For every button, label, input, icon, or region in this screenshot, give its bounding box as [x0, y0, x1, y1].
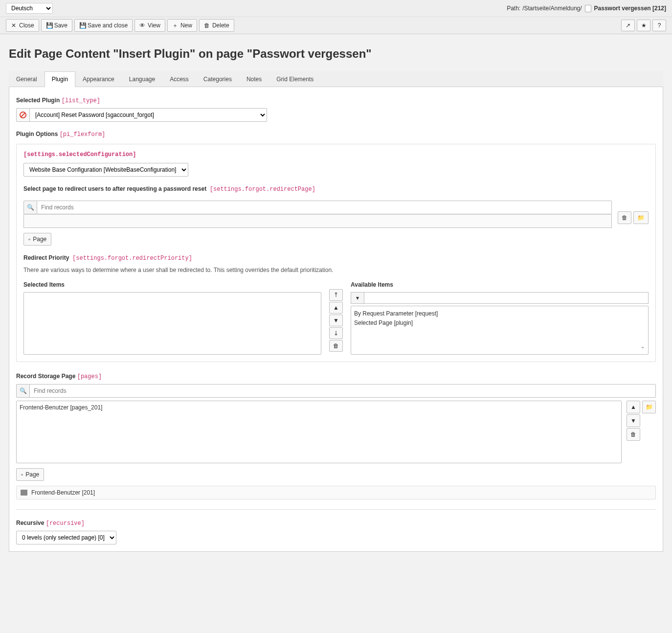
recursive-code: [recursive] [46, 520, 85, 527]
breadcrumb: Path: /Startseite/Anmeldung/ Passwort ve… [507, 5, 666, 12]
page-mini-icon [21, 490, 27, 496]
search-button[interactable]: 🔍 [23, 201, 37, 214]
path-page: Passwort vergessen [212] [594, 5, 666, 12]
available-item[interactable]: Selected Page [plugin] [354, 318, 645, 328]
search-icon: 🔍 [27, 204, 34, 211]
chevron-top-icon: ⤒ [334, 292, 338, 298]
redirect-priority-code: [settings.forgot.redirectPriority] [72, 255, 192, 262]
record-delete-button[interactable]: 🗑 [627, 428, 640, 441]
filter-button[interactable]: ▾ [351, 292, 364, 304]
tab-general[interactable]: General [9, 71, 45, 87]
record-move-down-button[interactable]: ▼ [627, 414, 640, 427]
selected-items-list[interactable] [23, 292, 321, 355]
redirect-browse-button[interactable]: 📁 [633, 211, 649, 224]
external-icon: ↗ [625, 23, 631, 28]
page-icon: ▫ [21, 471, 23, 478]
move-up-button[interactable]: ▲ [329, 302, 343, 314]
plugin-options-label: Plugin Options [pi_flexform] [16, 131, 656, 138]
filter-icon: ▾ [356, 294, 359, 301]
chevron-down-icon: ▼ [333, 317, 339, 324]
configuration-select[interactable]: Website Base Configuration [WebsiteBaseC… [23, 163, 188, 177]
chevron-down-icon: ⌄ [640, 342, 645, 351]
selected-plugin-select[interactable]: [Account] Reset Password [sgaccount_forg… [30, 108, 267, 122]
chevron-up-icon: ▲ [630, 404, 636, 410]
tab-appearance[interactable]: Appearance [75, 71, 122, 87]
redirect-find-records-input[interactable] [37, 201, 612, 214]
save-button[interactable]: 💾Save [41, 19, 72, 32]
trash-icon: 🗑 [333, 342, 339, 349]
record-browse-button[interactable]: 📁 [642, 401, 656, 413]
plugin-icon-box [16, 108, 30, 122]
available-items-label: Available Items [351, 281, 649, 288]
close-icon: ✕ [11, 23, 17, 28]
record-storage-code: [pages] [77, 373, 102, 380]
path-crumbs: /Startseite/Anmeldung/ [522, 5, 582, 12]
tab-notes[interactable]: Notes [239, 71, 269, 87]
chevron-bottom-icon: ⤓ [334, 330, 338, 337]
page-icon: ▫ [28, 236, 30, 243]
trash-icon: 🗑 [630, 431, 636, 438]
record-search-button[interactable]: 🔍 [16, 384, 30, 398]
view-icon: 👁 [139, 23, 145, 28]
selected-plugin-label: Selected Plugin [list_type] [16, 97, 656, 104]
record-move-up-button[interactable]: ▲ [627, 401, 640, 413]
path-label: Path: [507, 5, 520, 12]
plugin-options-code: [pi_flexform] [60, 131, 106, 138]
settings-conf-code: [settings.selectedConfiguration] [23, 151, 649, 158]
chevron-up-icon: ▲ [333, 304, 339, 311]
available-item[interactable]: By Request Parameter [request] [354, 309, 645, 318]
tabs: General Plugin Appearance Language Acces… [9, 71, 663, 87]
available-items-list[interactable]: By Request Parameter [request] Selected … [351, 306, 649, 355]
save-close-icon: 💾 [79, 23, 85, 28]
folder-icon: 📁 [637, 214, 645, 221]
redirect-priority-help: There are various ways to determine wher… [23, 267, 649, 273]
trash-icon: 🗑 [204, 23, 210, 28]
selected-items-label: Selected Items [23, 281, 321, 288]
record-item[interactable]: Frontend-Benutzer [pages_201] [20, 404, 618, 411]
redirect-page-code: [settings.forgot.redirectPage] [210, 186, 315, 193]
tab-access[interactable]: Access [162, 71, 196, 87]
open-new-window-button[interactable]: ↗ [621, 20, 635, 31]
move-bottom-button[interactable]: ⤓ [329, 327, 343, 339]
move-top-button[interactable]: ⤒ [329, 289, 343, 301]
delete-button[interactable]: 🗑Delete [199, 19, 234, 32]
record-readonly-value: Frontend-Benutzer [201] [31, 489, 95, 496]
tab-language[interactable]: Language [122, 71, 162, 87]
redirect-page-label: Select page to redirect users to after r… [23, 185, 649, 193]
help-button[interactable]: ? [652, 20, 666, 31]
tab-categories[interactable]: Categories [196, 71, 239, 87]
new-button[interactable]: ＋New [167, 19, 197, 32]
redirect-priority-label: Redirect Priority [settings.forgot.redir… [23, 254, 649, 262]
chevron-down-icon: ▼ [630, 417, 636, 424]
close-button[interactable]: ✕Close [6, 19, 39, 32]
search-icon: 🔍 [20, 387, 27, 394]
trash-icon: 🗑 [622, 214, 627, 221]
plus-icon: ＋ [172, 23, 178, 28]
redirect-page-button[interactable]: ▫Page [23, 233, 51, 246]
nosign-icon [20, 112, 26, 118]
record-readonly-row: Frontend-Benutzer [201] [16, 486, 656, 499]
filter-input[interactable] [364, 292, 649, 304]
view-button[interactable]: 👁View [134, 19, 165, 32]
recursive-select[interactable]: 0 levels (only selected page) [0] [16, 531, 116, 544]
page-title: Edit Page Content "Insert Plugin" on pag… [9, 47, 663, 61]
recursive-label: Recursive [recursive] [16, 520, 656, 527]
tab-grid-elements[interactable]: Grid Elements [269, 71, 321, 87]
language-select[interactable]: Deutsch [6, 3, 53, 14]
save-icon: 💾 [46, 23, 52, 28]
tab-plugin[interactable]: Plugin [45, 71, 75, 87]
remove-item-button[interactable]: 🗑 [329, 340, 343, 352]
star-icon: ★ [641, 23, 647, 28]
record-storage-label: Record Storage Page [pages] [16, 373, 656, 380]
folder-icon: 📁 [646, 404, 653, 410]
bookmark-button[interactable]: ★ [637, 20, 650, 31]
page-icon [585, 5, 591, 12]
selected-plugin-code: [list_type] [62, 97, 100, 104]
redirect-selected-bar [23, 214, 612, 228]
save-close-button[interactable]: 💾Save and close [74, 19, 133, 32]
record-find-records-input[interactable] [30, 384, 656, 398]
record-list[interactable]: Frontend-Benutzer [pages_201] [16, 401, 622, 463]
move-down-button[interactable]: ▼ [329, 315, 343, 326]
record-page-button[interactable]: ▫Page [16, 468, 44, 481]
redirect-delete-button[interactable]: 🗑 [618, 211, 631, 224]
